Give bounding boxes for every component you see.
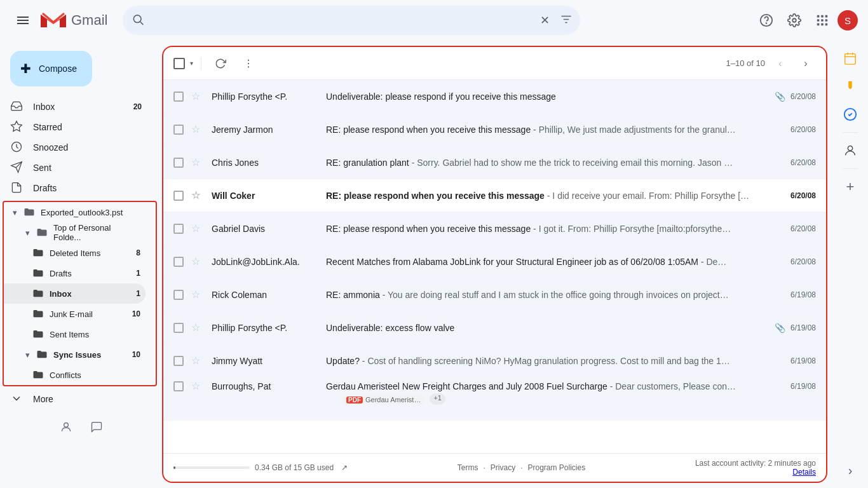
footer-links: Terms · Privacy · Program Policies [458, 463, 585, 472]
pst-inbox-count: 1 [136, 289, 140, 298]
table-row[interactable]: ☆ Jeremy Jarmon RE: please respond when … [163, 113, 826, 146]
table-row[interactable]: ☆ Rick Coleman RE: ammonia - You are doi… [163, 278, 826, 311]
star-icon[interactable]: ☆ [191, 355, 207, 367]
table-row[interactable]: ☆ Phillip Forsythe <P. Undeliverable: pl… [163, 80, 826, 113]
row-checkbox[interactable] [173, 356, 184, 366]
privacy-link[interactable]: Privacy [491, 463, 515, 472]
table-row[interactable]: ☆ JobLink@JobLink.Ala. Recent Matches fr… [163, 245, 826, 278]
sync-issues-item[interactable]: ▾ Sync Issues 10 [4, 344, 146, 365]
select-dropdown-icon[interactable]: ▾ [190, 60, 193, 67]
sidebar-item-drafts[interactable]: Drafts [0, 178, 152, 198]
sidebar-chat-button[interactable] [84, 414, 109, 440]
more-options-button[interactable] [237, 52, 260, 75]
star-icon[interactable]: ☆ [191, 255, 207, 268]
table-row[interactable]: ☆ Burroughs, Pat Gerdau Ameristeel New F… [163, 377, 826, 421]
sidebar-contacts-button[interactable] [53, 414, 79, 440]
refresh-button[interactable] [209, 52, 232, 75]
attachment-icon: 📎 [775, 323, 785, 333]
svg-point-24 [248, 66, 249, 67]
table-row[interactable]: ☆ Gabriel Davis RE: please respond when … [163, 212, 826, 245]
compose-button[interactable]: ✚ Compose [10, 51, 92, 86]
row-checkbox[interactable] [173, 158, 184, 168]
email-subject: Undeliverable: please respond if you rec… [326, 92, 556, 102]
email-content: RE: please respond when you receive this… [326, 125, 765, 135]
search-clear-icon[interactable]: ✕ [540, 13, 550, 27]
open-storage-icon[interactable]: ↗ [341, 463, 348, 472]
row-checkbox[interactable] [173, 125, 184, 135]
svg-rect-14 [817, 24, 820, 26]
email-snippet: - De… [701, 257, 726, 267]
table-row[interactable]: ☆ Chris Jones RE: granulation plant - So… [163, 146, 826, 179]
sent-items-item[interactable]: Sent Items [4, 324, 146, 344]
svg-rect-13 [825, 19, 828, 22]
search-input[interactable]: label:exported_outlook3.pst-top-of-perso… [123, 6, 580, 35]
select-all-checkbox[interactable] [173, 58, 185, 69]
row-checkbox[interactable] [173, 323, 184, 333]
tasks-button[interactable] [837, 102, 863, 127]
junk-email-item[interactable]: Junk E-mail 10 [4, 304, 146, 324]
conflicts-item[interactable]: Conflicts [4, 365, 146, 385]
star-icon[interactable]: ☆ [191, 288, 207, 301]
search-filter-icon[interactable] [560, 13, 573, 28]
email-snippet: - Cost of handling screening NiMo? HyMag… [362, 356, 730, 366]
main-area: ✚ Compose Inbox 20 Starred Snoozed [0, 41, 868, 488]
sender-name: Chris Jones [212, 158, 326, 168]
svg-marker-17 [11, 121, 22, 131]
pst-drafts-item[interactable]: Drafts 1 [4, 263, 146, 283]
sidebar-item-snoozed[interactable]: Snoozed [0, 137, 152, 158]
terms-link[interactable]: Terms [458, 463, 478, 472]
row-checkbox[interactable] [173, 290, 184, 300]
pst-inbox-item[interactable]: Inbox 1 [4, 283, 146, 304]
email-content: Undeliverable: excess flow valve [326, 323, 765, 333]
star-icon[interactable]: ☆ [191, 322, 207, 334]
star-icon[interactable]: ☆ [191, 222, 207, 234]
sidebar-item-inbox[interactable]: Inbox 20 [0, 97, 152, 117]
sidebar-item-sent[interactable]: Sent [0, 158, 152, 178]
program-policies-link[interactable]: Program Policies [527, 463, 585, 472]
menu-button[interactable] [10, 8, 36, 33]
more-item[interactable]: More [0, 389, 152, 409]
star-icon[interactable]: ☆ [191, 90, 207, 102]
email-meta: 6/20/08 [765, 125, 816, 134]
row-checkbox[interactable] [173, 224, 184, 234]
pdf-attachment-chip[interactable]: PDF Gerdau Amerist… [341, 395, 426, 405]
star-icon[interactable]: ☆ [191, 156, 207, 168]
expand-right-panel-button[interactable]: › [837, 458, 863, 483]
sidebar-bottom [0, 409, 162, 445]
email-date: 6/19/08 [790, 382, 816, 391]
email-content: Gerdau Ameristeel New Freight Charges an… [326, 381, 765, 391]
apps-button[interactable] [810, 8, 835, 33]
avatar[interactable]: S [837, 10, 858, 30]
row-checkbox[interactable] [173, 257, 184, 267]
email-snippet: - I did receive your email. From: Philli… [547, 191, 749, 201]
add-app-button[interactable]: + [837, 174, 863, 200]
row-checkbox[interactable] [173, 191, 184, 201]
svg-point-0 [134, 15, 142, 23]
help-button[interactable] [754, 8, 779, 33]
svg-rect-25 [845, 54, 856, 65]
row-checkbox[interactable] [173, 381, 184, 391]
pagination: 1–10 of 10 ‹ › [726, 53, 816, 74]
star-icon[interactable]: ☆ [191, 123, 207, 135]
contacts-button[interactable] [837, 138, 863, 163]
table-row[interactable]: ☆ Phillip Forsythe <P. Undeliverable: ex… [163, 311, 826, 344]
star-icon[interactable]: ☆ [191, 380, 207, 392]
table-row[interactable]: ☆ Will Coker RE: please respond when you… [163, 179, 826, 212]
personal-folders-item[interactable]: ▾ Top of Personal Folde... [4, 222, 146, 243]
sidebar-item-starred[interactable]: Starred [0, 117, 152, 137]
exported-pst-item[interactable]: ▾ Exported_outlook3.pst [4, 202, 146, 222]
deleted-items-item[interactable]: Deleted Items 8 [4, 243, 146, 263]
email-content: Recent Matches from Alabama JobLink for … [326, 257, 765, 267]
sync-arrow-icon: ▾ [22, 349, 33, 360]
table-row[interactable]: ☆ Jimmy Wyatt Update? - Cost of handling… [163, 344, 826, 377]
settings-button[interactable] [782, 8, 807, 33]
snoozed-label: Snoozed [33, 142, 142, 152]
page-prev-button[interactable]: ‹ [770, 53, 790, 74]
details-link[interactable]: Details [792, 468, 816, 477]
email-subject: RE: ammonia [326, 290, 380, 300]
page-next-button[interactable]: › [796, 53, 816, 74]
keep-button[interactable] [837, 74, 863, 99]
calendar-button[interactable] [837, 46, 863, 71]
row-checkbox[interactable] [173, 92, 184, 102]
star-icon[interactable]: ☆ [191, 189, 207, 201]
